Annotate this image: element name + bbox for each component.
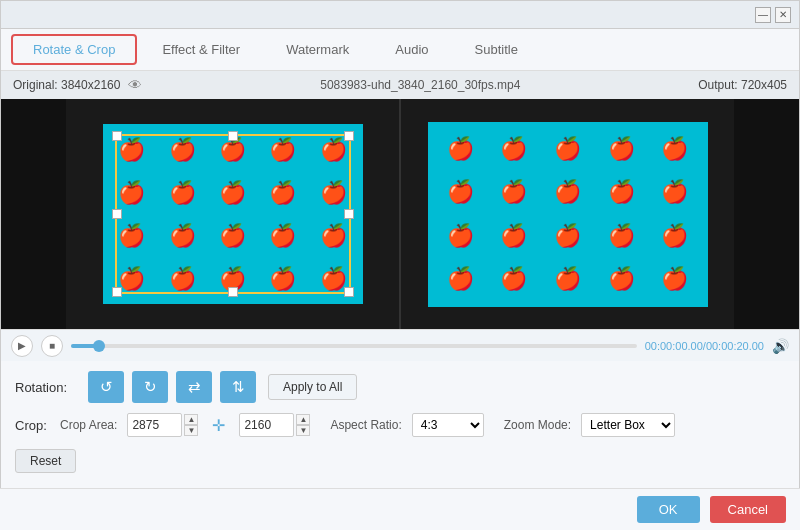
prev-apple-11: 🍎	[436, 216, 486, 255]
total-time: 00:00:20.00	[706, 340, 764, 352]
rotate-left-icon: ↺	[100, 378, 113, 396]
zoom-mode-label: Zoom Mode:	[504, 418, 571, 432]
cancel-label: Cancel	[728, 502, 768, 517]
prev-apple-3: 🍎	[543, 130, 593, 169]
crop-height-input[interactable]	[239, 413, 294, 437]
play-icon: ▶	[18, 340, 26, 351]
apple-7: 🍎	[159, 173, 205, 212]
bottom-bar: OK Cancel	[0, 488, 800, 530]
apple-18: 🍎	[209, 259, 255, 298]
prev-apple-12: 🍎	[489, 216, 539, 255]
minimize-button[interactable]: —	[755, 7, 771, 23]
volume-icon[interactable]: 🔊	[772, 338, 789, 354]
cross-icon: ✛	[212, 416, 225, 435]
rotate-left-button[interactable]: ↺	[88, 371, 124, 403]
crop-height-down[interactable]: ▼	[296, 425, 310, 436]
apple-17: 🍎	[159, 259, 205, 298]
left-video-panel: 🍎 🍎 🍎 🍎 🍎 🍎 🍎 🍎 🍎 🍎 🍎 🍎 🍎 🍎	[66, 99, 399, 329]
apple-2: 🍎	[159, 130, 205, 169]
title-bar: — ✕	[1, 1, 799, 29]
right-black-bar	[734, 99, 799, 329]
crop-width-up[interactable]: ▲	[184, 414, 198, 425]
crop-width-wrap: ▲ ▼	[127, 413, 198, 437]
prev-apple-17: 🍎	[489, 259, 539, 298]
prev-apple-20: 🍎	[650, 259, 700, 298]
crop-width-down[interactable]: ▼	[184, 425, 198, 436]
tab-subtitle[interactable]: Subtitle	[454, 35, 539, 64]
aspect-ratio-select[interactable]: 4:3 16:9 1:1 9:16 Original None	[412, 413, 484, 437]
apple-3: 🍎	[209, 130, 255, 169]
original-resolution: Original: 3840x2160	[13, 78, 120, 92]
apple-pattern-right: 🍎 🍎 🍎 🍎 🍎 🍎 🍎 🍎 🍎 🍎 🍎 🍎 🍎 🍎 🍎 🍎	[428, 122, 708, 307]
prev-apple-4: 🍎	[596, 130, 646, 169]
prev-apple-19: 🍎	[596, 259, 646, 298]
apple-10: 🍎	[310, 173, 356, 212]
apple-8: 🍎	[209, 173, 255, 212]
aspect-ratio-label: Aspect Ratio:	[330, 418, 401, 432]
apple-12: 🍎	[159, 216, 205, 255]
apple-5: 🍎	[310, 130, 356, 169]
minimize-icon: —	[758, 9, 768, 20]
right-preview-panel: 🍎 🍎 🍎 🍎 🍎 🍎 🍎 🍎 🍎 🍎 🍎 🍎 🍎 🍎 🍎 🍎	[401, 99, 734, 329]
prev-apple-1: 🍎	[436, 130, 486, 169]
close-button[interactable]: ✕	[775, 7, 791, 23]
prev-apple-13: 🍎	[543, 216, 593, 255]
apple-13: 🍎	[209, 216, 255, 255]
progress-thumb[interactable]	[93, 340, 105, 352]
apple-19: 🍎	[260, 259, 306, 298]
filename: 5083983-uhd_3840_2160_30fps.mp4	[142, 78, 698, 92]
stop-button[interactable]: ■	[41, 335, 63, 357]
cancel-button[interactable]: Cancel	[710, 496, 786, 523]
reset-button[interactable]: Reset	[15, 449, 76, 473]
preview-canvas: 🍎 🍎 🍎 🍎 🍎 🍎 🍎 🍎 🍎 🍎 🍎 🍎 🍎 🍎 🍎 🍎	[428, 122, 708, 307]
prev-apple-10: 🍎	[650, 173, 700, 212]
crop-width-spinners: ▲ ▼	[184, 414, 198, 436]
flip-horizontal-button[interactable]: ⇄	[176, 371, 212, 403]
main-window: — ✕ Rotate & Crop Effect & Filter Waterm…	[0, 0, 800, 530]
apple-15: 🍎	[310, 216, 356, 255]
play-button[interactable]: ▶	[11, 335, 33, 357]
zoom-mode-select[interactable]: Letter Box Pan & Scan Full	[581, 413, 675, 437]
crop-row: Crop: Crop Area: ▲ ▼ ✛ ▲ ▼ Aspect Ratio:…	[15, 413, 785, 437]
prev-apple-9: 🍎	[596, 173, 646, 212]
current-time: 00:00:00.00	[645, 340, 703, 352]
crop-height-up[interactable]: ▲	[296, 414, 310, 425]
crop-width-input[interactable]	[127, 413, 182, 437]
progress-track[interactable]	[71, 344, 637, 348]
apply-to-all-button[interactable]: Apply to All	[268, 374, 357, 400]
prev-apple-2: 🍎	[489, 130, 539, 169]
apple-16: 🍎	[109, 259, 155, 298]
prev-apple-14: 🍎	[596, 216, 646, 255]
rotation-row: Rotation: ↺ ↻ ⇄ ⇅ Apply to All	[15, 371, 785, 403]
flip-vertical-button[interactable]: ⇅	[220, 371, 256, 403]
apple-pattern-left: 🍎 🍎 🍎 🍎 🍎 🍎 🍎 🍎 🍎 🍎 🍎 🍎 🍎 🍎	[103, 124, 363, 304]
prev-apple-16: 🍎	[436, 259, 486, 298]
eye-icon[interactable]: 👁	[128, 77, 142, 93]
apple-1: 🍎	[109, 130, 155, 169]
prev-apple-15: 🍎	[650, 216, 700, 255]
rotate-right-icon: ↻	[144, 378, 157, 396]
crop-height-spinners: ▲ ▼	[296, 414, 310, 436]
progress-bar-area: ▶ ■ 00:00:00.00/00:00:20.00 🔊	[1, 329, 799, 361]
crop-label: Crop:	[15, 418, 50, 433]
crop-height-wrap: ▲ ▼	[239, 413, 310, 437]
reset-label: Reset	[30, 454, 61, 468]
flip-h-icon: ⇄	[188, 378, 201, 396]
prev-apple-6: 🍎	[436, 173, 486, 212]
tab-audio[interactable]: Audio	[374, 35, 449, 64]
tab-bar: Rotate & Crop Effect & Filter Watermark …	[1, 29, 799, 71]
video-area: 🍎 🍎 🍎 🍎 🍎 🍎 🍎 🍎 🍎 🍎 🍎 🍎 🍎 🍎	[1, 99, 799, 329]
tab-watermark[interactable]: Watermark	[265, 35, 370, 64]
tab-effect-filter[interactable]: Effect & Filter	[141, 35, 261, 64]
rotate-right-button[interactable]: ↻	[132, 371, 168, 403]
output-resolution: Output: 720x405	[698, 78, 787, 92]
edit-canvas: 🍎 🍎 🍎 🍎 🍎 🍎 🍎 🍎 🍎 🍎 🍎 🍎 🍎 🍎	[103, 124, 363, 304]
flip-v-icon: ⇅	[232, 378, 245, 396]
tab-rotate-crop[interactable]: Rotate & Crop	[11, 34, 137, 65]
ok-button[interactable]: OK	[637, 496, 700, 523]
prev-apple-18: 🍎	[543, 259, 593, 298]
controls-area: Rotation: ↺ ↻ ⇄ ⇅ Apply to All Crop: Cro…	[1, 361, 799, 479]
time-display: 00:00:00.00/00:00:20.00	[645, 340, 764, 352]
apple-11: 🍎	[109, 216, 155, 255]
apple-14: 🍎	[260, 216, 306, 255]
